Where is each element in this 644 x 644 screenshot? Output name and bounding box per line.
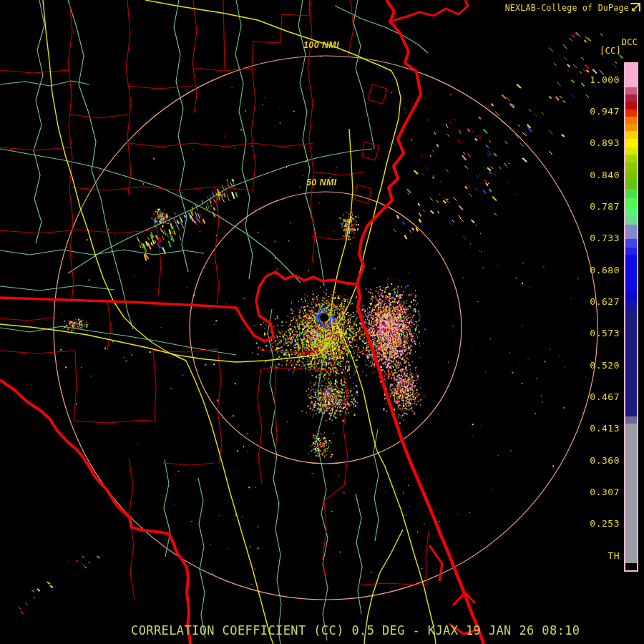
colorbar-segment — [625, 311, 637, 416]
colorbar-segment — [625, 255, 637, 291]
colorbar-segment — [625, 147, 637, 155]
colorbar-tick: 0.253 — [590, 518, 620, 529]
colorbar-segment — [625, 248, 637, 255]
colorbar-tick: 0.787 — [590, 201, 620, 212]
range-ring-label-50nmi: 50 NMI — [306, 177, 337, 187]
colorbar-segment — [625, 139, 637, 147]
colorbar-tick: 0.520 — [590, 360, 620, 371]
colorbar-tick: 0.947 — [590, 106, 620, 117]
colorbar — [624, 62, 638, 572]
colorbar-product-label: DCC — [621, 36, 638, 47]
colorbar-segment — [625, 416, 637, 424]
colorbar-tick: 0.307 — [590, 487, 620, 497]
colorbar-segment — [625, 124, 637, 131]
colorbar-segment — [625, 64, 637, 87]
page-title: NEXLAB-College of DuPage — [505, 3, 629, 13]
colorbar-segment — [625, 180, 637, 189]
colorbar-segment — [625, 94, 637, 102]
colorbar-segment — [625, 563, 637, 570]
colorbar-segment — [625, 291, 637, 301]
colorbar-tick: 0.413 — [590, 423, 620, 434]
colorbar-segment — [625, 162, 637, 171]
colorbar-tick: 0.467 — [590, 391, 620, 402]
radar-map-canvas — [0, 0, 644, 644]
colorbar-tick: 0.893 — [590, 137, 620, 148]
colorbar-segment — [625, 109, 637, 117]
colorbar-segment — [625, 171, 637, 180]
colorbar-segment — [625, 198, 637, 208]
colorbar-segment — [625, 189, 637, 198]
colorbar-threshold-label: TH — [608, 550, 620, 561]
colorbar-units-label: [CC] — [600, 45, 621, 56]
colorbar-tick: 0.573 — [590, 328, 620, 338]
colorbar-segment — [625, 155, 637, 162]
colorbar-segment — [625, 87, 637, 94]
colorbar-tick: 0.840 — [590, 170, 620, 180]
colorbar-segment — [625, 117, 637, 124]
colorbar-segment — [625, 301, 637, 311]
cod-logo-icon — [630, 2, 641, 13]
range-ring-label-100nmi: 100 NMI — [303, 40, 339, 50]
colorbar-tick: 1.000 — [590, 74, 620, 85]
colorbar-tick: 0.733 — [590, 233, 620, 243]
colorbar-segment — [625, 131, 637, 139]
colorbar-segment — [625, 102, 637, 109]
colorbar-tick: 0.627 — [590, 296, 620, 307]
colorbar-segment — [625, 208, 637, 215]
colorbar-tick: 0.360 — [590, 455, 620, 466]
colorbar-tick: 0.680 — [590, 265, 620, 275]
radar-display: NEXLAB-College of DuPage DCC [CC] 1.0000… — [0, 0, 644, 644]
colorbar-segment — [625, 424, 637, 563]
status-bar: CORRELATION COEFFICIENT (CC) 0.5 DEG - K… — [131, 623, 580, 638]
colorbar-segment — [625, 215, 637, 225]
colorbar-segment — [625, 239, 637, 248]
colorbar-segment — [625, 225, 637, 239]
